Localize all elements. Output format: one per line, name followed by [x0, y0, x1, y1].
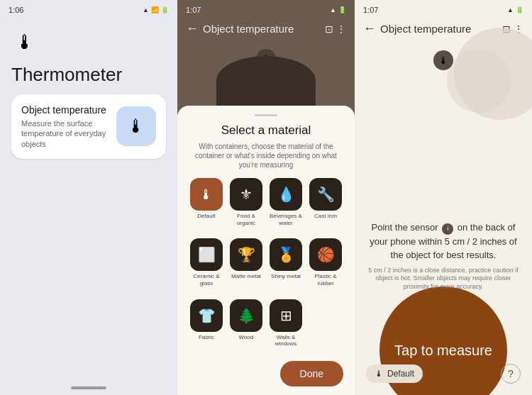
wifi-icon-p2: ▲ [330, 6, 336, 13]
material-matte-metal[interactable]: 🏆 Matte metal [228, 238, 264, 294]
battery-icon-p2: 🔋 [338, 6, 346, 13]
material-label-beverages: Beverages & water [268, 213, 304, 226]
material-label-plastic: Plastic & rubber [308, 273, 343, 286]
time-p2: 1:07 [186, 6, 201, 14]
battery-icon: 🔋 [161, 6, 169, 13]
material-sheet: Select a material With containers, choos… [177, 106, 355, 395]
material-fabric[interactable]: 👕 Fabric [189, 299, 224, 355]
material-label-food: Food & organic [228, 213, 264, 226]
wifi-icon-p3: ▲ [507, 6, 514, 13]
bottom-bar-p1 [71, 386, 106, 389]
help-button[interactable]: ? [501, 364, 521, 384]
default-material-chip[interactable]: 🌡 Default [366, 365, 423, 383]
status-bar-p3: 1:07 ▲ 🔋 [355, 0, 532, 17]
signal-icon: 📶 [151, 6, 159, 13]
nav-actions-p2: ⊡ ⋮ [325, 23, 346, 35]
material-ceramic[interactable]: ⬜ Ceramic & glass [189, 238, 224, 294]
material-label-cast-iron: Cast iron [314, 213, 337, 220]
status-icons-p3: ▲ 🔋 [507, 6, 523, 14]
material-wood[interactable]: 🌲 Wood [228, 299, 264, 355]
tap-label: Tap to measure [394, 341, 492, 360]
back-button-p2[interactable]: ← [186, 21, 199, 36]
sheet-title: Select a material [189, 123, 343, 138]
measure-area: Tap to measure Point the sensor i on the… [355, 127, 532, 395]
battery-icon-p3: 🔋 [516, 6, 523, 13]
more-icon-p2[interactable]: ⋮ [336, 23, 346, 35]
sensor-info-area: Point the sensor i on the back of your p… [355, 212, 532, 297]
material-btn-shiny-metal[interactable]: 🏅 [270, 238, 302, 271]
time-p1: 1:06 [9, 6, 23, 14]
camera-circle-p2 [216, 56, 316, 106]
material-label-matte-metal: Matte metal [231, 273, 261, 280]
material-btn-plastic[interactable]: 🏀 [309, 238, 342, 271]
app-title: Thermometer [0, 64, 177, 86]
wifi-icon: ▲ [143, 6, 149, 13]
material-label-default: Default [197, 213, 215, 220]
camera-area-p3: 🌡 [355, 42, 532, 127]
status-icons-p1: ▲ 📶 🔋 [143, 6, 169, 14]
sheet-subtitle: With containers, choose the material of … [189, 142, 343, 169]
panel-material-select: 1:07 ▲ 🔋 ← Object temperature ⊡ ⋮ 🌡 Sele… [177, 0, 355, 395]
done-button[interactable]: Done [280, 361, 343, 386]
material-label-wood: Wood [239, 334, 254, 341]
material-plastic[interactable]: 🏀 Plastic & rubber [308, 238, 343, 294]
status-bar-p2: 1:07 ▲ 🔋 [177, 0, 355, 17]
status-icons-p2: ▲ 🔋 [330, 6, 346, 14]
card-text: Object temperature Measure the surface t… [21, 104, 113, 149]
material-btn-matte-metal[interactable]: 🏆 [230, 238, 262, 271]
app-header: 🌡 [0, 17, 177, 61]
material-btn-beverages[interactable]: 💧 [270, 178, 302, 211]
question-mark-icon: ? [508, 368, 514, 379]
sensor-instructions: Point the sensor i on the back of your p… [366, 221, 521, 262]
material-btn-wood[interactable]: 🌲 [230, 299, 262, 332]
status-bar-p1: 1:06 ▲ 📶 🔋 [0, 0, 177, 17]
card-description: Measure the surface temperature of every… [21, 118, 113, 149]
chip-label: Default [387, 369, 414, 379]
material-shiny-metal[interactable]: 🏅 Shiny metal [268, 238, 304, 294]
material-food[interactable]: ⚜ Food & organic [228, 178, 264, 234]
material-btn-food[interactable]: ⚜ [230, 178, 262, 211]
materials-grid: 🌡 Default ⚜ Food & organic 💧 Beverages &… [189, 178, 343, 355]
panel-thermometer-home: 1:06 ▲ 📶 🔋 🌡 Thermometer Object temperat… [0, 0, 177, 395]
material-label-shiny-metal: Shiny metal [271, 273, 301, 280]
card-icon: 🌡 [116, 106, 156, 146]
material-label-ceramic: Ceramic & glass [189, 273, 224, 286]
card-heading: Object temperature [21, 104, 113, 116]
bottom-bar-p3: 🌡 Default ? [366, 364, 521, 384]
material-beverages[interactable]: 💧 Beverages & water [268, 178, 304, 234]
time-p3: 1:07 [363, 6, 378, 14]
sheet-handle [255, 114, 277, 116]
material-btn-default[interactable]: 🌡 [190, 178, 223, 211]
material-btn-walls[interactable]: ⊞ [270, 299, 302, 332]
material-btn-ceramic[interactable]: ⬜ [190, 238, 223, 271]
material-label-fabric: Fabric [199, 334, 214, 341]
sensor-note: 5 cm / 2 inches is a close distance, pra… [366, 267, 521, 291]
material-btn-fabric[interactable]: 👕 [190, 299, 223, 332]
sensor-badge-p3: 🌡 [433, 50, 453, 70]
material-default[interactable]: 🌡 Default [189, 178, 224, 234]
back-button-p3[interactable]: ← [363, 21, 376, 36]
nav-bar-p2: ← Object temperature ⊡ ⋮ [177, 17, 355, 42]
material-label-walls: Walls & windows [268, 334, 304, 347]
nav-title-p2: Object temperature [203, 23, 321, 35]
material-cast-iron[interactable]: 🔧 Cast iron [308, 178, 343, 234]
bg-circle-medium [447, 49, 511, 113]
chip-thermo-icon: 🌡 [375, 369, 383, 379]
object-temperature-card[interactable]: Object temperature Measure the surface t… [11, 94, 166, 159]
sensor-icon: i [442, 223, 453, 235]
thermometer-icon: 🌡 [11, 28, 38, 55]
resize-icon-p2[interactable]: ⊡ [325, 23, 333, 35]
material-walls[interactable]: ⊞ Walls & windows [268, 299, 304, 355]
camera-area-p2: 🌡 [177, 42, 355, 106]
material-btn-cast-iron[interactable]: 🔧 [309, 178, 342, 211]
panel-measure: 1:07 ▲ 🔋 ← Object temperature ⊡ ⋮ 🌡 Tap … [355, 0, 532, 395]
